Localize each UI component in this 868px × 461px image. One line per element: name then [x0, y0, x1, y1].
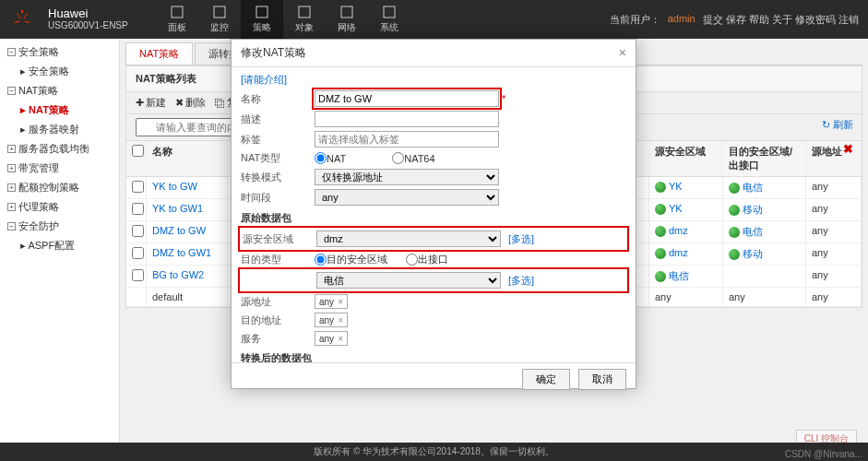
- col-name: 名称: [147, 141, 228, 176]
- brand-name: Huawei: [48, 7, 128, 20]
- footer-copyright: 版权所有 © 华为技术有限公司2014-2018。保留一切权利。: [0, 443, 868, 461]
- col-srczone: 源安全区域: [649, 141, 723, 176]
- multi-link[interactable]: [多选]: [508, 232, 534, 246]
- col-dstzone: 目的安全区域/出接口: [723, 141, 806, 176]
- nav-对象[interactable]: 对象: [283, 0, 326, 39]
- tree-item[interactable]: + 配额控制策略: [0, 178, 119, 197]
- tree-item[interactable]: ▸ ASPF配置: [0, 236, 119, 255]
- svg-rect-6: [384, 6, 395, 18]
- close-icon[interactable]: ×: [619, 45, 626, 61]
- col-srcip: 源地址: [806, 141, 862, 176]
- tree-item[interactable]: − 安全防护: [0, 217, 119, 236]
- mode-select[interactable]: 仅转换源地址: [315, 169, 499, 185]
- out-if-radio[interactable]: [406, 254, 418, 266]
- svg-rect-1: [172, 6, 183, 18]
- watermark: CSDN @Nirvana...: [785, 449, 862, 459]
- svg-rect-3: [256, 6, 268, 18]
- tree-item[interactable]: ▸ 服务器映射: [0, 120, 119, 139]
- tab[interactable]: NAT策略: [125, 42, 193, 65]
- src-zone-select[interactable]: dmz: [316, 230, 501, 247]
- tree-item[interactable]: − 安全策略: [0, 42, 119, 62]
- hdr-link[interactable]: 修改密码: [795, 14, 836, 25]
- current-user-label: 当前用户：: [610, 13, 660, 27]
- col-checkbox[interactable]: [126, 141, 147, 176]
- section-translated: 转换后的数据包: [241, 351, 626, 362]
- tag-any[interactable]: any×: [315, 294, 348, 309]
- ok-button[interactable]: 确定: [522, 369, 570, 390]
- svg-rect-5: [341, 6, 352, 18]
- hdr-link[interactable]: 关于: [772, 14, 792, 25]
- clear-icon[interactable]: ✖: [843, 142, 853, 156]
- nav-策略[interactable]: 策略: [241, 0, 283, 39]
- dst-zone-radio[interactable]: [315, 254, 327, 266]
- svg-point-0: [21, 10, 23, 14]
- huawei-logo: [0, 0, 44, 39]
- model-name: USG6000V1-ENSP: [48, 20, 128, 31]
- tag-any[interactable]: any×: [315, 331, 348, 346]
- tree-item[interactable]: + 服务器负载均衡: [0, 139, 119, 159]
- tree-item[interactable]: ▸ NAT策略: [0, 100, 119, 120]
- svg-rect-4: [299, 6, 310, 18]
- hdr-link[interactable]: 注销: [838, 14, 859, 25]
- nat64-radio[interactable]: [392, 152, 404, 164]
- brand-block: Huawei USG6000V1-ENSP: [48, 7, 128, 31]
- tag-field[interactable]: [315, 131, 499, 148]
- delete-button[interactable]: ✖ 删除: [175, 96, 206, 110]
- hdr-link[interactable]: 帮助: [749, 14, 769, 25]
- tree-item[interactable]: − NAT策略: [0, 81, 119, 100]
- tag-any[interactable]: any×: [315, 313, 348, 327]
- desc-field[interactable]: [315, 111, 499, 127]
- nav-监控[interactable]: 监控: [198, 0, 241, 39]
- hdr-link[interactable]: 提交: [703, 14, 723, 25]
- edit-nat-dialog: 修改NAT策略 × [请能介绍] 名称 * 描述 标签 NAT类型 NAT NA…: [231, 39, 636, 389]
- nat-radio[interactable]: [315, 152, 327, 164]
- dst-zone-select[interactable]: 电信: [316, 272, 501, 289]
- tree-item[interactable]: + 代理策略: [0, 197, 119, 217]
- new-button[interactable]: ✚ 新建: [136, 96, 166, 110]
- dialog-title: 修改NAT策略: [241, 45, 306, 61]
- nav-系统[interactable]: 系统: [368, 0, 410, 39]
- tree-item[interactable]: ▸ 安全策略: [0, 62, 119, 81]
- intro-link[interactable]: [请能介绍]: [241, 74, 287, 85]
- time-select[interactable]: any: [315, 189, 499, 206]
- name-field[interactable]: [315, 90, 499, 107]
- nav-面板[interactable]: 面板: [156, 0, 198, 39]
- hdr-link[interactable]: 保存: [726, 14, 746, 25]
- svg-rect-2: [214, 6, 225, 18]
- section-original: 原始数据包: [241, 211, 626, 225]
- current-user[interactable]: admin: [668, 13, 696, 27]
- cancel-button[interactable]: 取消: [578, 369, 626, 390]
- nav-网络[interactable]: 网络: [326, 0, 368, 39]
- multi-link-2[interactable]: [多选]: [508, 274, 534, 288]
- refresh-link[interactable]: ↻ 刷新: [822, 118, 853, 132]
- tree-item[interactable]: + 带宽管理: [0, 159, 119, 178]
